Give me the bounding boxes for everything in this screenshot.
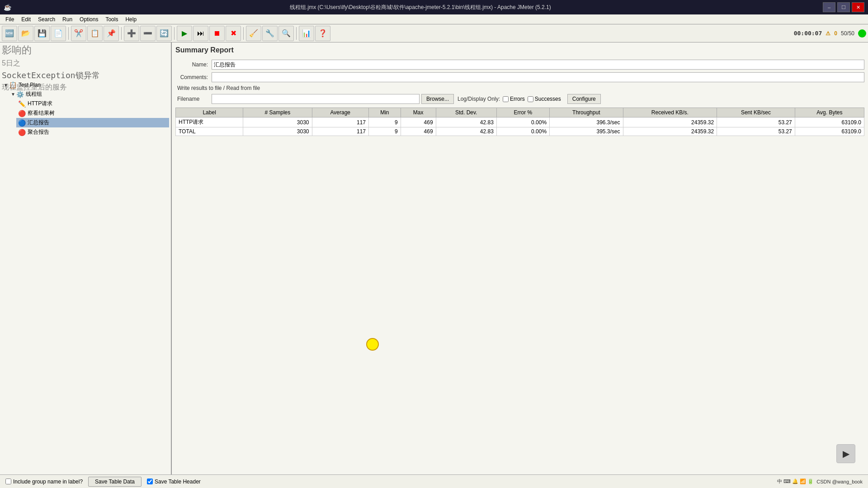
video-play-button[interactable]: ▶: [836, 444, 855, 463]
toolbar-separator-5: [296, 27, 297, 40]
save-table-header-checkbox[interactable]: [147, 479, 153, 484]
menu-file[interactable]: File: [2, 15, 18, 23]
include-group-label: Include group name in label?: [13, 479, 83, 485]
search-button[interactable]: 🔍: [278, 26, 294, 41]
menu-edit[interactable]: Edit: [18, 15, 34, 23]
save-button[interactable]: 💾: [34, 26, 50, 41]
expand-arrow-testplan: ▼: [4, 83, 8, 88]
tree-item-httprequest[interactable]: ✏️ HTTP请求: [16, 99, 169, 108]
cell-0-8: 24359.32: [623, 117, 717, 127]
collapse-button[interactable]: ➖: [140, 26, 156, 41]
name-input[interactable]: [212, 60, 864, 70]
cell-0-7: 396.3/sec: [550, 117, 623, 127]
testplan-label: Test Plan: [19, 82, 41, 88]
start-button[interactable]: ▶: [177, 26, 192, 41]
configure-button[interactable]: Configure: [567, 94, 601, 104]
cell-1-2: 117: [312, 127, 369, 136]
menu-options[interactable]: Options: [76, 15, 102, 23]
aggregatereport-label: 聚合报告: [28, 128, 49, 136]
cell-1-7: 395.3/sec: [550, 127, 623, 136]
expand-button[interactable]: ➕: [124, 26, 139, 41]
toolbar-separator-1: [68, 27, 69, 40]
new-button[interactable]: 🆕: [2, 26, 17, 41]
toolbar-separator-3: [174, 27, 175, 40]
tree-item-resulttree[interactable]: 🔴 察看结果树: [16, 108, 169, 118]
menu-bar: File Edit Search Run Options Tools Help: [0, 14, 868, 24]
testplan-icon: 📋: [9, 81, 17, 89]
cell-1-10: 63109.0: [795, 127, 864, 136]
successes-checkbox[interactable]: [528, 96, 533, 102]
warning-count: 0: [834, 30, 837, 37]
tree-view: ▼ 📋 Test Plan ▼ ⚙️ 线程组 ✏️ HTTP请求 🔴 察看结果树…: [0, 79, 171, 139]
warning-icon: ⚠: [826, 30, 830, 37]
panel-title: Summary Report: [175, 46, 864, 54]
cell-0-6: 0.00%: [496, 117, 549, 127]
filename-input[interactable]: [212, 94, 420, 104]
cell-1-0: TOTAL: [176, 127, 243, 136]
summaryreport-icon: 🔵: [18, 119, 26, 127]
list-button[interactable]: 📊: [299, 26, 314, 41]
paste-button[interactable]: 📌: [104, 26, 119, 41]
aggregatereport-icon: 🔴: [18, 129, 26, 136]
expand-arrow-threadgroup: ▼: [11, 92, 15, 97]
threadgroup-icon: ⚙️: [16, 91, 24, 98]
table-row: HTTP请求3030117946942.830.00%396.3/sec2435…: [176, 117, 864, 127]
cell-0-9: 53.27: [717, 117, 795, 127]
cell-1-9: 53.27: [717, 127, 795, 136]
browse-button[interactable]: Browse...: [421, 94, 454, 104]
filename-label: Filename: [175, 96, 212, 102]
save-table-header-label: Save Table Header: [155, 479, 201, 485]
include-group-checkbox[interactable]: [5, 479, 11, 484]
function-button[interactable]: 🔧: [262, 26, 278, 41]
name-row: Name:: [175, 60, 864, 70]
errors-checkbox-item[interactable]: Errors: [503, 96, 525, 102]
cell-0-3: 9: [369, 117, 401, 127]
menu-help[interactable]: Help: [122, 15, 140, 23]
help-button[interactable]: ❓: [315, 26, 330, 41]
include-group-item[interactable]: Include group name in label?: [5, 479, 83, 485]
menu-tools[interactable]: Tools: [102, 15, 122, 23]
successes-checkbox-item[interactable]: Successes: [528, 96, 561, 102]
start-no-pause-button[interactable]: ⏭: [193, 26, 208, 41]
tree-item-threadgroup[interactable]: ▼ ⚙️ 线程组: [9, 89, 169, 99]
cell-0-1: 3030: [243, 117, 312, 127]
tree-item-testplan[interactable]: ▼ 📋 Test Plan: [2, 80, 169, 89]
cell-1-8: 24359.32: [623, 127, 717, 136]
menu-run[interactable]: Run: [59, 15, 76, 23]
menu-search[interactable]: Search: [34, 15, 59, 23]
resulttree-icon: 🔴: [18, 110, 26, 117]
shutdown-button[interactable]: ✖: [226, 26, 241, 41]
window-controls[interactable]: – ☐ ✕: [823, 2, 864, 12]
tree-item-summaryreport[interactable]: 🔵 汇总报告: [16, 118, 169, 127]
table-header-row: Label # Samples Average Min Max Std. Dev…: [176, 108, 864, 117]
errors-checkbox[interactable]: [503, 96, 509, 102]
cut-button[interactable]: ✂️: [71, 26, 86, 41]
comments-label: Comments:: [175, 74, 212, 80]
tree-item-aggregatereport[interactable]: 🔴 聚合报告: [16, 127, 169, 137]
open-button[interactable]: 📂: [18, 26, 33, 41]
errors-label: Errors: [510, 96, 525, 102]
col-samples: # Samples: [243, 108, 312, 117]
save-table-header-item[interactable]: Save Table Header: [147, 479, 201, 485]
minimize-button[interactable]: –: [823, 2, 835, 12]
broom-button[interactable]: 🧹: [246, 26, 261, 41]
toolbar: 🆕 📂 💾 📄 ✂️ 📋 📌 ➕ ➖ 🔄 ▶ ⏭ ⏹ ✖ 🧹 🔧 🔍 📊 ❓ 0…: [0, 24, 868, 42]
cell-0-2: 117: [312, 117, 369, 127]
count-display: 50/50: [841, 30, 854, 37]
rotate-button[interactable]: 🔄: [156, 26, 172, 41]
col-sentkb: Sent KB/sec: [717, 108, 795, 117]
save-as-button[interactable]: 📄: [51, 26, 66, 41]
col-throughput: Throughput: [550, 108, 623, 117]
toolbar-separator-4: [243, 27, 244, 40]
comments-input[interactable]: [212, 72, 864, 82]
close-button[interactable]: ✕: [852, 2, 864, 12]
main-layout: 影响的 5日之 SocketException锁异常 现在监控室后的服务 ▼ 📋…: [0, 42, 868, 474]
stop-button[interactable]: ⏹: [209, 26, 225, 41]
write-results-label: Write results to file / Read from file: [177, 85, 864, 91]
cell-0-4: 469: [401, 117, 436, 127]
copy-button[interactable]: 📋: [87, 26, 103, 41]
toolbar-separator-2: [121, 27, 122, 40]
col-max: Max: [401, 108, 436, 117]
maximize-button[interactable]: ☐: [837, 2, 850, 12]
save-table-data-button[interactable]: Save Table Data: [88, 477, 142, 487]
